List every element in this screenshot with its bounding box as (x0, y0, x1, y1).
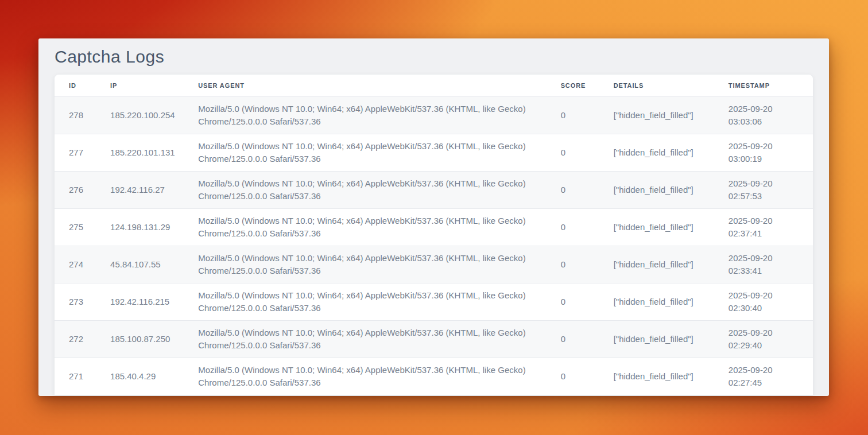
cell-ip: 185.220.101.131 (96, 134, 184, 171)
cell-details: ["hidden_field_filled"] (599, 171, 714, 208)
cell-id: 277 (55, 134, 96, 171)
cell-timestamp: 2025-09-20 02:57:53 (714, 171, 813, 208)
table-row: 276192.42.116.27Mozilla/5.0 (Windows NT … (55, 171, 813, 208)
cell-score: 0 (547, 96, 599, 134)
page-title: Captcha Logs (55, 46, 813, 67)
cell-user-agent: Mozilla/5.0 (Windows NT 10.0; Win64; x64… (184, 283, 546, 320)
cell-ip: 192.42.116.27 (96, 171, 184, 208)
cell-ip: 185.220.100.254 (96, 96, 184, 134)
table-row: 277185.220.101.131Mozilla/5.0 (Windows N… (55, 134, 813, 171)
cell-details: ["hidden_field_filled"] (599, 96, 714, 134)
cell-timestamp: 2025-09-20 02:37:41 (714, 208, 813, 246)
cell-details: ["hidden_field_filled"] (599, 246, 714, 283)
cell-id: 274 (55, 246, 96, 283)
cell-id: 275 (55, 208, 96, 246)
cell-user-agent: Mozilla/5.0 (Windows NT 10.0; Win64; x64… (184, 134, 546, 171)
table-row: 272185.100.87.250Mozilla/5.0 (Windows NT… (55, 320, 813, 358)
cell-details: ["hidden_field_filled"] (599, 134, 714, 171)
cell-details: ["hidden_field_filled"] (599, 358, 714, 395)
column-header-timestamp: TIMESTAMP (714, 75, 813, 96)
captcha-logs-table: ID IP USER AGENT SCORE DETAILS TIMESTAMP… (55, 75, 813, 395)
column-header-user-agent: USER AGENT (184, 75, 546, 96)
cell-score: 0 (547, 208, 599, 246)
page-background: { "page": { "title": "Captcha Logs" }, "… (0, 0, 868, 435)
cell-score: 0 (547, 246, 599, 283)
table-row: 278185.220.100.254Mozilla/5.0 (Windows N… (55, 96, 813, 134)
cell-user-agent: Mozilla/5.0 (Windows NT 10.0; Win64; x64… (184, 96, 546, 134)
cell-details: ["hidden_field_filled"] (599, 208, 714, 246)
column-header-id: ID (55, 75, 96, 96)
cell-ip: 45.84.107.55 (96, 246, 184, 283)
cell-details: ["hidden_field_filled"] (599, 320, 714, 358)
cell-timestamp: 2025-09-20 02:29:40 (714, 320, 813, 358)
cell-timestamp: 2025-09-20 02:33:41 (714, 246, 813, 283)
cell-score: 0 (547, 171, 599, 208)
cell-score: 0 (547, 320, 599, 358)
cell-ip: 185.100.87.250 (96, 320, 184, 358)
cell-id: 276 (55, 171, 96, 208)
cell-user-agent: Mozilla/5.0 (Windows NT 10.0; Win64; x64… (184, 320, 546, 358)
column-header-ip: IP (96, 75, 184, 96)
table-row: 273192.42.116.215Mozilla/5.0 (Windows NT… (55, 283, 813, 320)
cell-user-agent: Mozilla/5.0 (Windows NT 10.0; Win64; x64… (184, 358, 546, 395)
cell-timestamp: 2025-09-20 02:30:40 (714, 283, 813, 320)
captcha-logs-card: Captcha Logs ID IP USER AGENT SCORE DETA… (38, 38, 829, 396)
table-row: 275124.198.131.29Mozilla/5.0 (Windows NT… (55, 208, 813, 246)
logs-table: ID IP USER AGENT SCORE DETAILS TIMESTAMP… (55, 75, 813, 395)
cell-details: ["hidden_field_filled"] (599, 283, 714, 320)
table-body: 278185.220.100.254Mozilla/5.0 (Windows N… (55, 96, 813, 395)
cell-score: 0 (547, 358, 599, 395)
cell-user-agent: Mozilla/5.0 (Windows NT 10.0; Win64; x64… (184, 246, 546, 283)
cell-ip: 192.42.116.215 (96, 283, 184, 320)
table-row: 271185.40.4.29Mozilla/5.0 (Windows NT 10… (55, 358, 813, 395)
cell-ip: 124.198.131.29 (96, 208, 184, 246)
table-header: ID IP USER AGENT SCORE DETAILS TIMESTAMP (55, 75, 813, 96)
cell-timestamp: 2025-09-20 03:00:19 (714, 134, 813, 171)
header-row: ID IP USER AGENT SCORE DETAILS TIMESTAMP (55, 75, 813, 96)
table-row: 27445.84.107.55Mozilla/5.0 (Windows NT 1… (55, 246, 813, 283)
cell-id: 272 (55, 320, 96, 358)
cell-id: 273 (55, 283, 96, 320)
cell-score: 0 (547, 283, 599, 320)
cell-score: 0 (547, 134, 599, 171)
cell-timestamp: 2025-09-20 03:03:06 (714, 96, 813, 134)
cell-id: 271 (55, 358, 96, 395)
cell-user-agent: Mozilla/5.0 (Windows NT 10.0; Win64; x64… (184, 171, 546, 208)
cell-ip: 185.40.4.29 (96, 358, 184, 395)
column-header-details: DETAILS (599, 75, 714, 96)
cell-user-agent: Mozilla/5.0 (Windows NT 10.0; Win64; x64… (184, 208, 546, 246)
cell-id: 278 (55, 96, 96, 134)
column-header-score: SCORE (547, 75, 599, 96)
cell-timestamp: 2025-09-20 02:27:45 (714, 358, 813, 395)
